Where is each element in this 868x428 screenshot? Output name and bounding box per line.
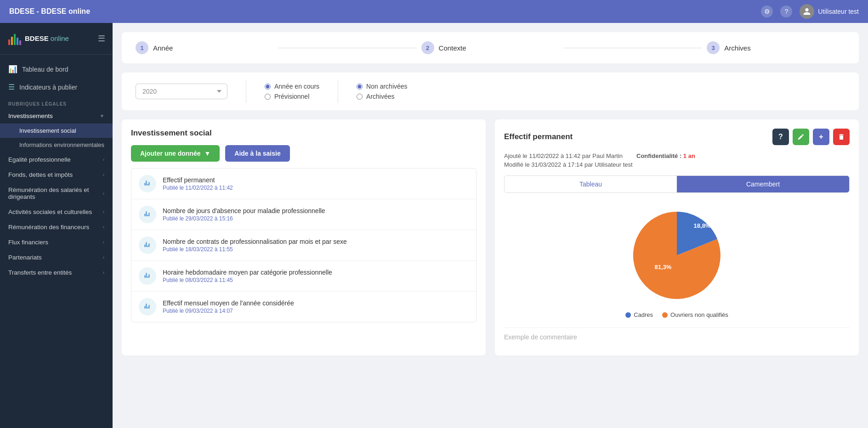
radio-annee-en-cours[interactable]: Année en cours	[265, 83, 319, 90]
step-1-number: 1	[136, 41, 148, 54]
list-item[interactable]: Effectif mensuel moyen de l'année consid…	[131, 292, 476, 322]
pie-chart: 18,8% 81,3%	[626, 205, 727, 306]
sidebar-subitem-investissement-social[interactable]: Investissement social	[0, 124, 113, 138]
top-header: BDESE - BDESE online ⚙ ? Utilisateur tes…	[0, 0, 868, 23]
step-3-label: Archives	[724, 44, 751, 52]
chevron-right-icon: ›	[103, 255, 104, 260]
left-card-title: Investissement social	[131, 129, 477, 138]
sidebar-item-label: Indicateurs à publier	[19, 84, 77, 91]
category-label: Rémunération des salariés et dirigeants	[8, 186, 103, 200]
radio-archivees[interactable]: Archivées	[357, 93, 408, 100]
sidebar-category-investissements[interactable]: Investissements ▼	[0, 108, 113, 124]
chevron-right-icon: ›	[103, 225, 104, 230]
list-icon: ☰	[8, 83, 15, 91]
category-label: Fonds, dettes et impôts	[8, 171, 73, 178]
meta-added: Ajouté le 11/02/2022 à 11:42 par Paul Ma…	[504, 152, 623, 159]
sidebar-category-flux[interactable]: Flux financiers ›	[0, 235, 113, 250]
sidebar-item-label: Tableau de bord	[22, 66, 68, 73]
tab-camembert[interactable]: Camembert	[677, 176, 849, 192]
sidebar-subitem-informations-env[interactable]: Informations environnementales	[0, 138, 113, 152]
legend-dot-cadres	[625, 312, 631, 318]
chevron-right-icon: ›	[103, 240, 104, 245]
legend-cadres: Cadres	[625, 311, 653, 318]
page-title: BDESE - BDESE online	[9, 7, 90, 16]
year-select[interactable]: 2020 2021 2022	[136, 84, 227, 99]
legend-label-ouvriers: Ouvriers non qualifiés	[670, 311, 728, 318]
radio-non-archivees[interactable]: Non archivées	[357, 83, 408, 90]
svg-rect-4	[19, 40, 21, 45]
list-item[interactable]: Nombre de jours d'absence pour maladie p…	[131, 199, 476, 230]
panel-title: Effectif permanent	[504, 132, 573, 141]
help-icon[interactable]: ?	[780, 6, 792, 17]
svg-rect-2	[14, 34, 16, 45]
right-card: Effectif permanent ? +	[495, 119, 859, 355]
user-avatar	[800, 4, 814, 19]
question-button[interactable]: ?	[772, 129, 789, 145]
add-button[interactable]: +	[813, 129, 829, 145]
right-column: Effectif permanent ? +	[495, 119, 859, 355]
user-menu[interactable]: Utilisateur test	[800, 4, 859, 19]
legend-ouvriers: Ouvriers non qualifiés	[662, 311, 728, 318]
sidebar-category-partenariats[interactable]: Partenariats ›	[0, 250, 113, 265]
comment-placeholder: Exemple de commentaire	[504, 327, 850, 346]
filter-divider-2	[338, 80, 338, 103]
svg-rect-0	[8, 39, 10, 45]
chart-icon	[139, 298, 156, 315]
help-saisie-button[interactable]: Aide à la saisie	[225, 145, 289, 162]
sidebar-section-label: RUBRIQUES LÉGALES	[0, 96, 113, 108]
sidebar-item-tableau-de-bord[interactable]: 📊 Tableau de bord	[0, 60, 113, 78]
main-layout: BDESE online ☰ 📊 Tableau de bord ☰ Indic…	[0, 23, 868, 428]
edit-button[interactable]	[793, 129, 809, 145]
header-actions: ⚙ ? Utilisateur test	[761, 4, 859, 19]
chart-legend: Cadres Ouvriers non qualifiés	[625, 311, 728, 318]
view-tabs: Tableau Camembert	[504, 175, 850, 193]
list-item[interactable]: Horaire hebdomadaire moyen par catégorie…	[131, 261, 476, 292]
tab-tableau[interactable]: Tableau	[505, 176, 677, 192]
category-label: Egalité professionnelle	[8, 156, 71, 163]
chevron-down-icon: ▼	[100, 113, 104, 118]
step-wizard: 1 Année 2 Contexte 3 Archives	[122, 32, 859, 63]
two-col-layout: Investissement social Ajouter une donnée…	[122, 119, 859, 355]
category-label: Flux financiers	[8, 239, 48, 246]
sidebar-category-remuneration2[interactable]: Rémunération des financeurs ›	[0, 220, 113, 235]
step-1-label: Année	[153, 44, 173, 52]
meta-info-row: Ajouté le 11/02/2022 à 11:42 par Paul Ma…	[504, 152, 850, 159]
step-1: 1 Année	[136, 41, 274, 54]
svg-rect-3	[17, 38, 18, 45]
hamburger-menu[interactable]: ☰	[98, 34, 105, 44]
sidebar-item-indicateurs[interactable]: ☰ Indicateurs à publier	[0, 78, 113, 96]
meta-modified-row: Modifié le 31/03/2022 à 17:14 par Utilis…	[504, 161, 850, 168]
step-divider-1	[278, 48, 417, 48]
data-items-list: Effectif permanent Publié le 11/02/2022 …	[131, 168, 477, 322]
step-2-number: 2	[421, 41, 434, 54]
dropdown-arrow-icon: ▼	[204, 150, 210, 157]
sidebar-category-transferts[interactable]: Transferts entre entités ›	[0, 265, 113, 280]
add-data-button[interactable]: Ajouter une donnée ▼	[131, 145, 220, 162]
delete-button[interactable]	[833, 129, 850, 145]
list-item[interactable]: Nombre de contrats de professionnalisati…	[131, 230, 476, 261]
category-label: Transferts entre entités	[8, 269, 72, 276]
content-area: 1 Année 2 Contexte 3 Archives 2020 2021 …	[113, 23, 868, 428]
settings-icon[interactable]: ⚙	[761, 6, 773, 17]
logo-text: BDESE online	[25, 34, 69, 43]
step-2-label: Contexte	[439, 44, 466, 52]
radio-previsionnel[interactable]: Prévisionnel	[265, 93, 319, 100]
chart-icon	[139, 267, 156, 285]
sidebar-category-activites[interactable]: Activités sociales et culturelles ›	[0, 204, 113, 220]
category-label: Rémunération des financeurs	[8, 224, 89, 231]
sidebar-category-fonds[interactable]: Fonds, dettes et impôts ›	[0, 167, 113, 182]
year-filter-group: 2020 2021 2022	[136, 84, 227, 99]
chevron-right-icon: ›	[103, 270, 104, 275]
list-item[interactable]: Effectif permanent Publié le 11/02/2022 …	[131, 169, 476, 199]
username: Utilisateur test	[818, 8, 859, 15]
panel-action-buttons: ? +	[772, 129, 850, 145]
pie-chart-container: 18,8% 81,3% Cadres Ouvriers non qualifié…	[504, 200, 850, 323]
sidebar-category-egalite[interactable]: Egalité professionnelle ›	[0, 152, 113, 167]
sidebar-category-remuneration[interactable]: Rémunération des salariés et dirigeants …	[0, 182, 113, 204]
step-divider-2	[564, 48, 702, 48]
left-column: Investissement social Ajouter une donnée…	[122, 119, 486, 355]
step-3-number: 3	[707, 41, 720, 54]
left-card: Investissement social Ajouter une donnée…	[122, 119, 486, 355]
action-buttons-row: Ajouter une donnée ▼ Aide à la saisie	[131, 145, 477, 162]
chart-icon	[139, 237, 156, 254]
